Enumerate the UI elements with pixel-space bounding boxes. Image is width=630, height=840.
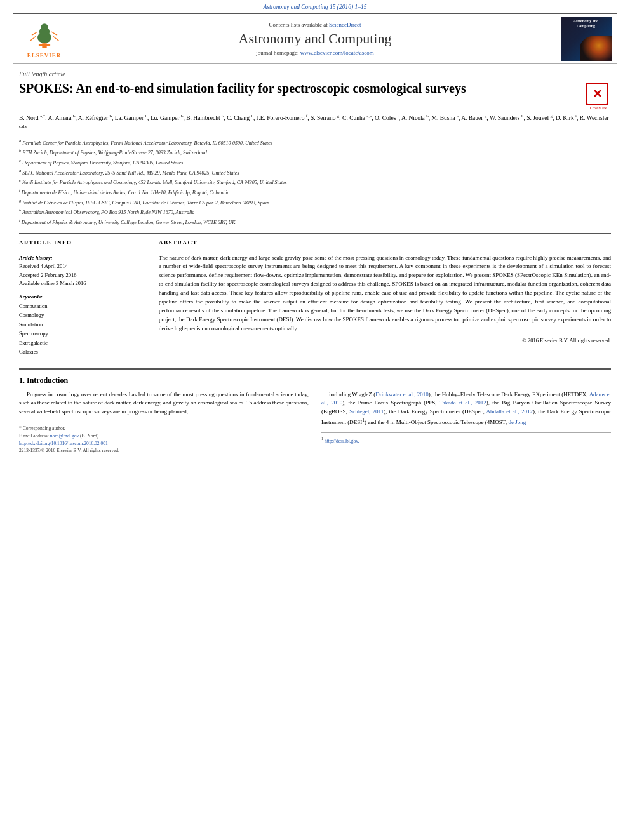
available-date: Available online 3 March 2016 [19, 279, 146, 288]
copyright: © 2016 Elsevier B.V. All rights reserved… [159, 337, 611, 343]
received-date: Received 4 April 2014 [19, 262, 146, 271]
issn-line: 2213-1337/© 2016 Elsevier B.V. All right… [19, 447, 309, 455]
elsevier-label: ELSEVIER [27, 52, 62, 58]
journal-thumb-title: Astronomy andComputing [573, 19, 599, 29]
svg-line-7 [32, 32, 37, 35]
elsevier-logo: ELSEVIER [25, 19, 64, 58]
crossmark-icon: ✕ [586, 83, 608, 105]
affiliations: a Fermilab Center for Particle Astrophys… [19, 138, 611, 227]
journal-thumb-image [580, 36, 612, 61]
svg-line-5 [30, 36, 36, 41]
keywords-label: Keywords: [19, 293, 146, 300]
journal-title: Astronomy and Computing [239, 30, 392, 47]
keyword-computation: Computation [19, 302, 146, 310]
svg-rect-4 [38, 44, 50, 46]
divider-thick [19, 233, 611, 234]
intro-right-text: including WiggleZ (Drinkwater et al., 20… [321, 390, 611, 428]
journal-header: Astronomy and Computing 15 (2016) 1–15 [0, 0, 630, 13]
ref-takada[interactable]: Takada et al., 2012 [439, 399, 486, 406]
abstract-col: ABSTRACT The nature of dark matter, dark… [159, 239, 611, 362]
ref-abdalla[interactable]: Abdalla et al., 2012 [486, 408, 533, 415]
journal-citation: Astronomy and Computing 15 (2016) 1–15 [264, 4, 367, 10]
elsevier-logo-container: ELSEVIER [13, 14, 76, 63]
intro-left-col: Progress in cosmology over recent decade… [19, 390, 309, 455]
abstract-text: The nature of dark matter, dark energy a… [159, 254, 611, 333]
homepage-link[interactable]: www.elsevier.com/locate/ascom [300, 50, 374, 56]
keyword-cosmology: Cosmology [19, 310, 146, 319]
info-abstract-section: ARTICLE INFO Article history: Received 4… [19, 239, 611, 362]
intro-label: Introduction [27, 376, 68, 385]
article-info-heading: ARTICLE INFO [19, 239, 146, 246]
journal-banner: ELSEVIER Contents lists available at Sci… [13, 13, 617, 64]
homepage-line: journal homepage: www.elsevier.com/locat… [256, 50, 373, 56]
journal-thumbnail: Astronomy andComputing [561, 17, 612, 61]
fn1-link[interactable]: http://desi.lbl.gov. [325, 438, 359, 444]
page: Astronomy and Computing 15 (2016) 1–15 [0, 0, 630, 840]
abstract-heading: ABSTRACT [159, 239, 611, 246]
intro-right-col: including WiggleZ (Drinkwater et al., 20… [321, 390, 611, 455]
sciencedirect-link[interactable]: ScienceDirect [329, 22, 361, 28]
ref-schlegel[interactable]: Schlegel, 2011 [349, 408, 384, 415]
fn1-text: 1 http://desi.lbl.gov. [321, 436, 611, 444]
footnote-area: * Corresponding author. E-mail address: … [19, 422, 309, 455]
crossmark-label: CrossMark [586, 106, 611, 110]
doi-line: http://dx.doi.org/10.1016/j.ascom.2016.0… [19, 440, 309, 448]
article-title-row: SPOKES: An end-to-end simulation facilit… [19, 80, 611, 108]
intro-number: 1. [19, 376, 25, 385]
keyword-galaxies: Galaxies [19, 347, 146, 356]
keyword-simulation: Simulation [19, 320, 146, 329]
article-info-col: ARTICLE INFO Article history: Received 4… [19, 239, 146, 362]
keyword-spectroscopy: Spectroscopy [19, 329, 146, 338]
star-footnote: * Corresponding author. [19, 425, 309, 432]
article-content: Full length article SPOKES: An end-to-en… [0, 64, 630, 461]
ref-dejong[interactable]: de Jong [508, 419, 526, 425]
authors-line: B. Nord a,*, A. Amara b, A. Réfrégier b,… [19, 113, 611, 134]
introduction-section: 1. Introduction Progress in cosmology ov… [19, 376, 611, 455]
journal-thumbnail-container: Astronomy andComputing [554, 14, 617, 63]
divider-body [19, 368, 611, 370]
keywords-section: Keywords: Computation Cosmology Simulati… [19, 293, 146, 357]
article-title: SPOKES: An end-to-end simulation facilit… [19, 80, 586, 97]
article-history: Article history: Received 4 April 2014 A… [19, 254, 146, 288]
info-divider [19, 250, 146, 250]
fn1-area: 1 http://desi.lbl.gov. [321, 432, 611, 444]
intro-left-text: Progress in cosmology over recent decade… [19, 390, 309, 417]
abstract-divider [159, 250, 611, 250]
elsevier-tree-icon [25, 19, 64, 51]
svg-point-3 [41, 23, 48, 30]
article-type: Full length article [19, 70, 611, 77]
history-label: Article history: [19, 254, 146, 263]
svg-line-6 [53, 36, 58, 41]
keyword-extragalactic: Extragalactic [19, 338, 146, 347]
svg-line-8 [51, 32, 57, 35]
crossmark-badge: ✕ CrossMark [586, 83, 611, 108]
contents-line: Contents lists available at ScienceDirec… [269, 22, 361, 28]
banner-center: Contents lists available at ScienceDirec… [76, 14, 554, 63]
doi-link[interactable]: http://dx.doi.org/10.1016/j.ascom.2016.0… [19, 441, 108, 446]
intro-body: Progress in cosmology over recent decade… [19, 390, 611, 455]
email-link[interactable]: nord@fnal.gov [50, 433, 79, 439]
accepted-date: Accepted 2 February 2016 [19, 271, 146, 280]
email-footnote: E-mail address: nord@fnal.gov (B. Nord). [19, 432, 309, 440]
ref-drinkwater[interactable]: Drinkwater et al., 2010 [375, 391, 429, 397]
keywords-list: Computation Cosmology Simulation Spectro… [19, 302, 146, 357]
intro-title: 1. Introduction [19, 376, 611, 385]
